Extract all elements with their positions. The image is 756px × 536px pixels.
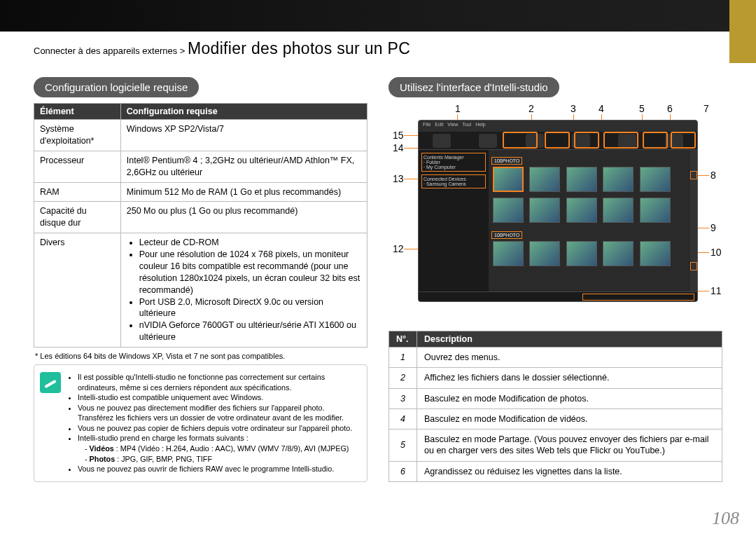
thumbnail xyxy=(529,241,560,266)
lead-line xyxy=(698,252,709,253)
callout-10: 10 xyxy=(710,247,722,258)
note-item-label: Intelli-studio prend en charge les forma… xyxy=(78,434,248,442)
app-body: Contents Manager· Folder· My Computer Co… xyxy=(419,150,697,302)
desc-text: Agrandissez ou réduisez les vignettes da… xyxy=(417,461,722,481)
row-ram-label: RAM xyxy=(34,182,121,202)
callout-9: 9 xyxy=(710,222,716,233)
lead-line xyxy=(698,175,709,176)
left-column: Configuration logicielle requise Élément… xyxy=(34,77,368,482)
callout-3: 3 xyxy=(570,103,576,114)
note-item: Intelli-studio est compatible uniquement… xyxy=(78,392,358,403)
toolbar-btn xyxy=(433,134,451,148)
th-desc: Description xyxy=(417,331,722,348)
app-footer xyxy=(419,291,697,301)
desc-no: 4 xyxy=(389,408,417,429)
callout-7: 7 xyxy=(704,103,709,114)
thumbnail xyxy=(529,198,560,223)
row-cpu-label: Processeur xyxy=(34,151,121,182)
right-column: Utilisez l'interface d'Intelli-studio 1 … xyxy=(388,77,722,482)
lead-line xyxy=(404,179,418,179)
row-os-label: Système d'exploitation* xyxy=(34,120,121,151)
top-bar xyxy=(0,0,756,32)
desc-text: Affichez les fichiers dans le dossier sé… xyxy=(417,368,722,388)
highlight-box xyxy=(574,132,599,149)
desc-no: 2 xyxy=(389,368,417,388)
thumbnail xyxy=(493,241,524,266)
divers-item: Pour une résolution de 1024 x 768 pixels… xyxy=(139,249,361,296)
lead-line xyxy=(404,249,418,249)
thumbnail xyxy=(529,167,560,192)
highlight-box xyxy=(690,171,697,179)
callout-11: 11 xyxy=(710,285,722,296)
desc-no: 5 xyxy=(389,430,417,462)
callout-13: 13 xyxy=(393,173,404,184)
callout-8: 8 xyxy=(710,170,716,181)
callout-15: 15 xyxy=(393,130,404,141)
app-scrollbar xyxy=(690,150,697,291)
row-os-val: Windows XP SP2/Vista/7 xyxy=(120,120,367,151)
footnote: * Les éditions 64 bits de Windows XP, Vi… xyxy=(35,352,366,360)
note-item: Vous ne pouvez pas directement modifier … xyxy=(78,403,358,423)
divers-item: Port USB 2.0, Microsoft DirectX 9.0c ou … xyxy=(139,296,361,320)
thumbnail xyxy=(603,198,634,223)
callout-6: 6 xyxy=(667,103,673,114)
callout-12: 12 xyxy=(393,243,404,254)
thumbnail xyxy=(603,241,634,266)
gold-accent xyxy=(729,0,756,63)
callout-2: 2 xyxy=(528,103,534,114)
callout-4: 4 xyxy=(598,103,604,114)
callout-14: 14 xyxy=(393,142,404,153)
lead-line xyxy=(698,291,709,291)
note-item: Intelli-studio prend en charge les forma… xyxy=(78,433,358,464)
config-table: Élément Configuration requise Système d'… xyxy=(34,103,368,348)
divers-item: nVIDIA Geforce 7600GT ou ultérieur/série… xyxy=(139,319,361,343)
row-divers-val: Lecteur de CD-ROM Pour une résolution de… xyxy=(120,233,367,348)
highlight-box xyxy=(690,262,697,270)
note-subitem: - Vidéos : MP4 (Vidéo : H.264, Audio : A… xyxy=(85,444,358,454)
desc-no: 6 xyxy=(389,461,417,481)
app-toolbar xyxy=(419,132,697,150)
thumbnail xyxy=(566,198,597,223)
lead-line xyxy=(404,135,418,136)
thumbnail xyxy=(566,167,597,192)
thumbnail xyxy=(566,241,597,266)
interface-diagram: 1 2 3 4 5 6 7 15 14 13 12 8 9 10 11 xyxy=(388,103,722,324)
highlight-box xyxy=(603,132,638,149)
app-main: 100PHOTO 100PHOTO xyxy=(489,150,697,302)
section-heading-config: Configuration logicielle requise xyxy=(34,77,199,97)
desc-no: 1 xyxy=(389,348,417,368)
app-sidebar: Contents Manager· Folder· My Computer Co… xyxy=(419,150,489,302)
pen-icon xyxy=(40,372,61,393)
row-ram-val: Minimum 512 Mo de RAM (1 Go et plus reco… xyxy=(120,182,367,202)
desc-text: Basculez en mode Partage. (Vous pouvez e… xyxy=(417,430,722,462)
highlight-box xyxy=(582,294,694,301)
intelli-studio-window: FileEditViewToolHelp xyxy=(418,120,698,302)
highlight-box xyxy=(643,132,668,149)
note-item: Vous ne pouvez pas copier de fichiers de… xyxy=(78,423,358,434)
toolbar-btn xyxy=(479,134,497,148)
thumbnail xyxy=(603,167,634,192)
callout-5: 5 xyxy=(639,103,645,114)
description-table: N°. Description 1Ouvrez des menus. 2Affi… xyxy=(388,331,722,482)
highlight-box xyxy=(671,132,696,149)
page-number: 108 xyxy=(712,508,739,529)
desc-no: 3 xyxy=(389,388,417,408)
breadcrumb-prefix: Connecter à des appareils externes > xyxy=(34,46,188,56)
row-hdd-label: Capacité du disque dur xyxy=(34,202,121,233)
row-hdd-val: 250 Mo ou plus (1 Go ou plus recommandé) xyxy=(120,202,367,233)
thumbnail xyxy=(493,167,524,192)
section-heading-interface: Utilisez l'interface d'Intelli-studio xyxy=(388,77,559,97)
highlight-box xyxy=(545,132,570,149)
desc-text: Ouvrez des menus. xyxy=(417,348,722,368)
page-title: Modifier des photos sur un PC xyxy=(188,39,410,57)
thumbnail xyxy=(640,241,671,266)
desc-text: Basculez en mode Modification de vidéos. xyxy=(417,408,722,429)
callout-1: 1 xyxy=(455,103,461,114)
desc-text: Basculez en mode Modification de photos. xyxy=(417,388,722,408)
th-element: Élément xyxy=(34,104,121,120)
divers-item: Lecteur de CD-ROM xyxy=(139,237,361,249)
th-config: Configuration requise xyxy=(120,104,367,120)
thumbnail xyxy=(640,198,671,223)
breadcrumb: Connecter à des appareils externes > Mod… xyxy=(34,39,410,58)
highlight-box xyxy=(503,132,538,149)
